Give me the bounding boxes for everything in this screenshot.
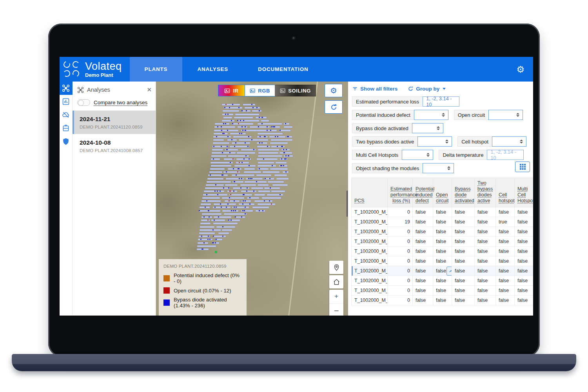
defect-dot-blue xyxy=(286,149,287,150)
defect-dot-blue xyxy=(217,126,218,127)
table-row[interactable]: T_1002000_M_0170falsefalsefalsefalsefals… xyxy=(352,256,534,266)
solar-panel-row xyxy=(222,229,232,231)
rail-shield-icon[interactable] xyxy=(60,135,73,148)
table-cell-value: false xyxy=(515,217,534,227)
icon-rail xyxy=(60,82,73,316)
defect-dot-blue xyxy=(208,236,209,237)
table-row[interactable]: T_1002000_M_0160falsefalsefalsefalsefals… xyxy=(352,247,534,256)
solar-panel-row xyxy=(201,203,211,205)
table-column-header[interactable]: Two bypass diodes active xyxy=(475,178,496,207)
estimated-performance-loss-input[interactable]: 1, -2, 3.14 - 10 xyxy=(423,96,459,107)
table-column-header[interactable]: Multi Cell Hotspots xyxy=(515,178,534,207)
delta-temperature-input[interactable]: 1, -2, 3.14 - 10 xyxy=(487,150,524,160)
table-column-header[interactable]: Potential induced defect xyxy=(413,178,433,207)
cell-hotspot-select[interactable] xyxy=(492,136,526,147)
table-column-header[interactable]: Open circuit xyxy=(433,178,452,207)
solar-panel-row xyxy=(228,155,249,157)
solar-panel-row xyxy=(225,184,237,186)
table-row[interactable]: T_1002000_M_01319falsefalsefalsefalsetru… xyxy=(352,217,534,227)
defect-dot-blue xyxy=(210,174,211,176)
table-cell-pcs: T_1002000_M_016 xyxy=(352,247,388,256)
table-cell-value: false xyxy=(496,247,515,256)
solar-panel-row xyxy=(246,178,263,180)
compare-toggle-label[interactable]: Compare two analyses xyxy=(94,100,147,105)
table-row[interactable]: T_1002000_M_0190falsefalsefalsefalsefals… xyxy=(352,276,534,286)
defect-dot-blue xyxy=(241,126,243,127)
tab-analyses[interactable]: ANALYSES xyxy=(182,57,243,82)
solar-panel-row xyxy=(270,142,288,144)
table-column-header[interactable]: PCS xyxy=(352,178,388,207)
table-row[interactable]: T_1002000_M_0150falsefalsefalsefalsefals… xyxy=(352,237,534,247)
defect-dot-blue xyxy=(261,123,263,124)
map-refresh-button[interactable] xyxy=(325,100,343,114)
defect-dot-blue xyxy=(224,107,225,108)
layer-button-rgb[interactable]: RGB xyxy=(245,85,275,96)
solar-panel-row xyxy=(199,232,215,234)
rail-bar-chart-icon[interactable] xyxy=(60,95,73,108)
pcs-table-wrap: PCSEstimated performance loss (%)Potenti… xyxy=(351,178,533,313)
drone-icon xyxy=(77,87,84,93)
rail-split-view-icon[interactable] xyxy=(60,122,73,135)
two-bypass-diodes-active-select[interactable] xyxy=(417,136,452,147)
satellite-map[interactable]: IR RGB SOILING ⚙ xyxy=(156,82,348,316)
table-column-header[interactable]: Bypass diode activated xyxy=(452,178,475,207)
table-cell-value: false xyxy=(413,276,433,286)
defect-dot-blue xyxy=(230,194,231,195)
table-cell-value: false xyxy=(433,237,452,247)
solar-panel-row xyxy=(202,197,220,199)
map-scrollbar[interactable] xyxy=(347,191,348,217)
show-all-filters-button[interactable]: Show all filters xyxy=(352,86,397,92)
tab-documentation[interactable]: DOCUMENTATION xyxy=(243,57,323,82)
zoom-in-button[interactable]: + xyxy=(329,290,343,304)
solar-panel-row xyxy=(276,178,289,180)
solar-panel-row xyxy=(243,104,255,105)
defect-dot-blue xyxy=(227,203,229,205)
row-chart-button[interactable] xyxy=(446,267,452,276)
potential-induced-defect-select[interactable] xyxy=(414,110,448,120)
defect-dot-blue xyxy=(214,191,216,192)
settings-gear-icon[interactable]: ⚙ xyxy=(516,57,533,82)
solar-panel-row xyxy=(200,226,214,228)
defect-dot-blue xyxy=(214,207,216,208)
object-shading-select[interactable] xyxy=(423,163,454,173)
table-cell-value: false xyxy=(413,296,433,305)
locate-button[interactable] xyxy=(329,261,343,274)
analysis-item-2024-10-08[interactable]: 2024-10-08 DEMO PLANT.20241008.0857 xyxy=(73,134,156,158)
top-nav: Volateq Demo Plant PLANTS ANALYSES DOCUM… xyxy=(60,57,533,82)
table-row[interactable]: T_1002000_M_0200falsefalsefalsefalsefals… xyxy=(352,286,534,296)
image-icon xyxy=(250,88,255,93)
layer-button-ir[interactable]: IR xyxy=(218,85,245,96)
defect-dot-blue xyxy=(234,207,235,208)
open-circuit-select[interactable] xyxy=(488,110,523,120)
table-row[interactable]: T_1002000_M_0210falsefalsefalsefalsefals… xyxy=(352,296,534,305)
table-cell-value: false xyxy=(452,296,475,305)
defect-dot-blue xyxy=(200,239,201,240)
analysis-item-2024-11-21[interactable]: 2024-11-21 DEMO PLANT.20241120.0859 xyxy=(73,111,156,134)
solar-panel-row xyxy=(223,171,240,173)
rail-cloud-off-icon[interactable] xyxy=(60,108,73,122)
solar-panel-row xyxy=(258,162,274,163)
table-row[interactable]: T_1002000_M_0140falsefalsefalsefalsefals… xyxy=(352,227,534,237)
defect-dot-blue xyxy=(240,120,241,121)
defect-dot-red xyxy=(233,168,234,169)
table-row[interactable]: T_1002000_M_0180falsefalsefalsefalsefals… xyxy=(352,266,534,276)
group-by-button[interactable]: Group by xyxy=(408,86,446,92)
solar-panel-row xyxy=(254,200,272,202)
rail-drone-icon[interactable] xyxy=(60,82,73,95)
multi-cell-hotspots-select[interactable] xyxy=(402,150,433,160)
table-column-header[interactable]: Cell hotspot xyxy=(496,178,515,207)
map-settings-button[interactable]: ⚙ xyxy=(325,84,343,97)
table-row[interactable]: T_1002000_M_0120falsefalsefalsefalsefals… xyxy=(352,207,534,217)
zoom-out-button[interactable]: − xyxy=(329,304,343,316)
defect-dot-blue xyxy=(253,191,254,192)
home-button[interactable] xyxy=(329,275,343,289)
bypass-diode-activated-select[interactable] xyxy=(412,123,443,133)
grid-view-button[interactable] xyxy=(515,162,530,172)
tab-plants[interactable]: PLANTS xyxy=(130,57,183,82)
table-column-header[interactable]: Estimated performance loss (%) xyxy=(388,178,413,207)
layer-button-soiling[interactable]: SOILING xyxy=(275,85,316,96)
solar-panel-row xyxy=(258,184,269,186)
layer-label: SOILING xyxy=(288,88,311,94)
compare-toggle[interactable] xyxy=(77,99,90,106)
close-icon[interactable]: ✕ xyxy=(147,86,152,93)
